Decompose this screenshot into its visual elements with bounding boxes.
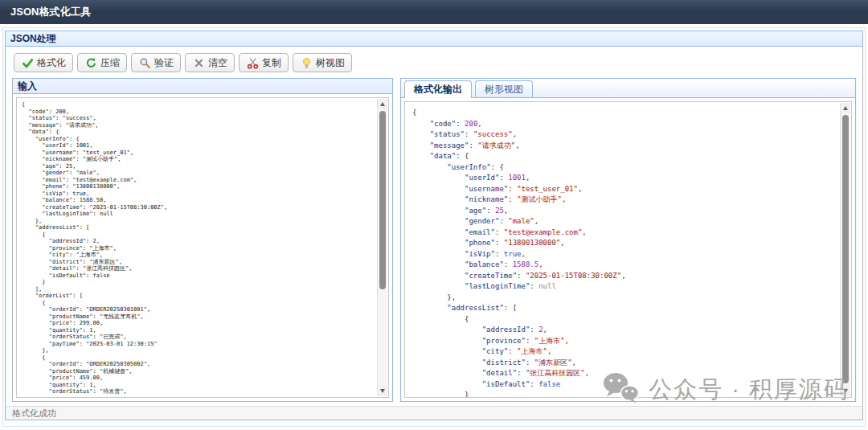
panel-title: JSON处理 [10,33,56,44]
output-scrollbar[interactable] [840,103,850,396]
panel-header: JSON处理 [6,31,862,47]
scroll-down-arrow-icon[interactable] [378,386,387,396]
input-scrollbar-thumb[interactable] [379,111,386,289]
status-bar: 格式化成功 [6,406,862,420]
validate-button-label: 验证 [154,56,174,70]
lightbulb-icon [300,56,313,69]
magnifier-icon [138,56,151,69]
input-panel-title: 输入 [18,80,37,92]
toolbar: 格式化 压缩 验证 清空 [14,53,856,72]
tab-tree-view-label: 树形视图 [485,84,523,95]
output-tabs: 格式化输出 树形视图 [401,79,855,98]
check-icon [21,56,34,69]
input-scrollbar[interactable] [377,99,387,396]
format-button-label: 格式化 [37,56,66,70]
copy-button-label: 复制 [262,56,281,70]
json-tool-panel: JSON处理 格式化 压缩 验证 [5,31,863,420]
tab-formatted-output[interactable]: 格式化输出 [404,80,472,98]
clear-button[interactable]: 清空 [185,53,235,72]
output-code: { "code": 200, "status": "success", "mes… [405,102,839,397]
status-message: 格式化成功 [12,408,56,418]
workspace: 输入 { "code": 200, "status": "success", "… [12,78,856,402]
app-title: JSON格式化工具 [10,6,91,18]
output-panel: 格式化输出 树形视图 { "code": 200, "status": "suc… [400,78,856,402]
format-button[interactable]: 格式化 [14,53,73,72]
clear-button-label: 清空 [208,56,227,70]
tree-view-button-label: 树视图 [316,56,345,70]
copy-icon [246,56,259,69]
app-title-bar: JSON格式化工具 [0,0,868,24]
scroll-up-arrow-icon[interactable] [378,99,387,109]
scroll-down-arrow-icon[interactable] [841,386,850,396]
compress-icon [84,56,97,69]
output-scrollbar-thumb[interactable] [842,115,849,383]
panel-body: 格式化 压缩 验证 清空 [6,47,862,406]
output-panel-body: { "code": 200, "status": "success", "mes… [401,98,855,401]
input-panel: 输入 { "code": 200, "status": "success", "… [12,78,393,402]
clear-icon [192,56,205,69]
compress-button-label: 压缩 [100,56,120,70]
json-output: { "code": 200, "status": "success", "mes… [404,101,852,398]
input-panel-body: { "code": 200, "status": "success", "mes… [13,94,392,401]
json-input[interactable]: { "code": 200, "status": "success", "mes… [16,97,389,398]
input-panel-header: 输入 [13,79,392,94]
tab-tree-view[interactable]: 树形视图 [475,80,533,97]
compress-button[interactable]: 压缩 [77,53,127,72]
scroll-up-arrow-icon[interactable] [841,103,850,113]
tab-formatted-output-label: 格式化输出 [414,84,462,95]
validate-button[interactable]: 验证 [131,53,181,72]
tree-view-button[interactable]: 树视图 [293,53,352,72]
input-code[interactable]: { "code": 200, "status": "success", "mes… [17,98,376,397]
copy-button[interactable]: 复制 [239,53,289,72]
